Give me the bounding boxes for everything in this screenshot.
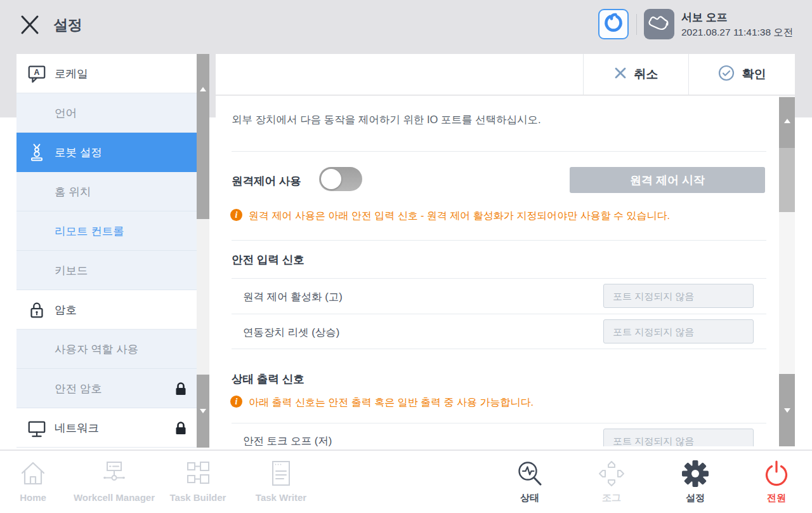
home-icon <box>1 457 65 490</box>
nav-label: Task Writer <box>230 492 332 503</box>
scroll-down-icon <box>784 408 790 413</box>
robot-icon <box>27 142 47 163</box>
nav-home[interactable]: Home <box>1 457 65 503</box>
cancel-button[interactable]: 취소 <box>583 54 688 95</box>
cancel-label: 취소 <box>634 66 658 83</box>
direct-teaching-button[interactable] <box>598 9 629 39</box>
divider <box>232 423 766 423</box>
sidebar-item-language[interactable]: 언어 <box>16 93 197 133</box>
nav-label: 조그 <box>573 492 650 504</box>
content-action-bar: 취소 확인 <box>216 54 795 95</box>
sidebar-scroll-down-button[interactable] <box>197 375 209 448</box>
sidebar-item-safety-password[interactable]: 안전 암호 <box>16 369 197 408</box>
bottom-navigation-bar: Home Workcell Manager Task Builder <box>0 450 812 513</box>
remote-control-start-button[interactable]: 원격 제어 시작 <box>570 167 765 193</box>
sidebar-item-label: 네트워크 <box>55 420 99 436</box>
content-scrollbar-thumb[interactable] <box>779 148 795 212</box>
settings-sidebar: A 로케일 언어 로봇 설정 홈 위치 리모트 컨트롤 키보드 <box>16 54 209 448</box>
sidebar-item-label: 리모트 컨트롤 <box>55 223 124 239</box>
svg-text:A: A <box>34 67 40 76</box>
nav-power[interactable]: 전원 <box>738 457 812 504</box>
sidebar-item-label: 언어 <box>55 105 77 121</box>
remote-info-row: i 원격 제어 사용은 아래 안전 입력 신호 - 원격 제어 활성화가 지정되… <box>230 209 670 223</box>
sidebar-item-remote-control[interactable]: 리모트 컨트롤 <box>16 211 197 251</box>
scroll-up-icon <box>200 87 206 91</box>
hand-icon <box>646 10 672 38</box>
close-icon <box>18 28 42 39</box>
sidebar-scrollbar-thumb[interactable] <box>197 54 209 219</box>
sidebar-item-label: 로케일 <box>55 66 88 81</box>
nav-label: 설정 <box>657 492 733 504</box>
divider <box>232 240 766 241</box>
nav-task-writer[interactable]: Task Writer <box>230 457 332 503</box>
close-settings-button[interactable] <box>18 13 42 37</box>
nav-label: 전원 <box>738 492 812 504</box>
settings-gear-icon <box>657 457 733 490</box>
sidebar-item-network[interactable]: 네트워크 <box>16 408 197 448</box>
nav-label: Home <box>1 492 65 503</box>
instruction-text: 외부 장치에서 다음 동작을 제어하기 위한 IO 포트를 선택하십시오. <box>232 113 541 127</box>
network-icon <box>27 418 47 438</box>
title-bar: 설정 서보 오프 2021.08.27 11:41:38 오전 <box>0 0 812 54</box>
nav-label: 상태 <box>492 492 568 504</box>
sidebar-item-label: 사용자 역할 사용 <box>55 342 138 357</box>
divider <box>232 278 766 279</box>
content-scroll-up-button[interactable] <box>779 97 795 148</box>
sidebar-item-label: 로봇 설정 <box>55 145 102 160</box>
jog-dpad-icon <box>573 457 650 490</box>
port-select-interlock-reset[interactable] <box>603 319 754 343</box>
sidebar-item-password[interactable]: 암호 <box>16 290 197 330</box>
datetime-text: 2021.08.27 11:41:38 오전 <box>681 26 793 39</box>
sidebar-item-label: 키보드 <box>55 263 88 278</box>
hand-guide-status-button[interactable] <box>644 9 674 39</box>
action-bar-spacer <box>216 54 583 95</box>
port-select-remote-enable[interactable] <box>603 284 754 308</box>
remote-control-toggle[interactable] <box>319 167 362 191</box>
servo-status-text: 서보 오프 <box>681 10 728 25</box>
confirm-check-icon <box>718 65 735 84</box>
robot-gripper-icon <box>602 11 625 37</box>
page-title: 설정 <box>53 15 82 35</box>
scroll-up-icon <box>784 119 790 123</box>
header-divider <box>636 14 637 35</box>
safety-input-heading: 안전 입력 신호 <box>232 252 304 267</box>
nav-settings[interactable]: 설정 <box>657 457 733 504</box>
password-lock-icon <box>27 300 47 320</box>
locked-icon <box>173 420 188 438</box>
field-label-remote-enable: 원격 제어 활성화 (고) <box>243 290 343 304</box>
sidebar-item-home-position[interactable]: 홈 위치 <box>16 172 197 211</box>
sidebar-item-user-role[interactable]: 사용자 역할 사용 <box>16 330 197 369</box>
status-monitor-icon <box>492 457 568 490</box>
port-select-safe-torque-off[interactable] <box>603 429 754 446</box>
output-info-row: i 아래 출력 신호는 안전 출력 혹은 일반 출력 중 사용 가능합니다. <box>230 396 534 410</box>
task-writer-icon <box>230 457 332 490</box>
sidebar-item-keyboard[interactable]: 키보드 <box>16 251 197 290</box>
locale-icon: A <box>27 63 47 84</box>
field-label-interlock-reset: 연동장치 리셋 (상승) <box>243 326 339 340</box>
sidebar-item-label: 안전 암호 <box>55 381 102 396</box>
divider <box>232 349 766 349</box>
content-scrollbar[interactable] <box>779 96 795 446</box>
scroll-down-icon <box>200 409 206 413</box>
divider <box>232 314 766 314</box>
sidebar-item-locale[interactable]: A 로케일 <box>16 54 197 93</box>
content-scroll-down-button[interactable] <box>779 374 795 446</box>
nav-status[interactable]: 상태 <box>492 457 568 504</box>
power-icon <box>738 457 812 490</box>
confirm-label: 확인 <box>742 66 766 83</box>
status-output-heading: 상태 출력 신호 <box>232 371 304 387</box>
sidebar-item-label: 암호 <box>55 302 77 317</box>
divider <box>232 151 766 152</box>
confirm-button[interactable]: 확인 <box>688 54 795 95</box>
field-label-safe-torque-off: 안전 토크 오프 (저) <box>243 434 332 446</box>
cancel-x-icon <box>614 67 627 83</box>
sidebar-scrollbar[interactable] <box>197 54 209 448</box>
nav-jog[interactable]: 조그 <box>573 457 650 504</box>
info-icon: i <box>230 209 242 221</box>
sidebar-item-robot-settings[interactable]: 로봇 설정 <box>16 133 197 172</box>
info-icon: i <box>230 396 242 408</box>
remote-control-settings-panel: 외부 장치에서 다음 동작을 제어하기 위한 IO 포트를 선택하십시오. 원격… <box>216 95 795 446</box>
remote-info-text: 원격 제어 사용은 아래 안전 입력 신호 - 원격 제어 활성화가 지정되어야… <box>249 209 670 223</box>
sidebar-item-label: 홈 위치 <box>55 184 91 199</box>
output-info-text: 아래 출력 신호는 안전 출력 혹은 일반 출력 중 사용 가능합니다. <box>249 396 534 410</box>
